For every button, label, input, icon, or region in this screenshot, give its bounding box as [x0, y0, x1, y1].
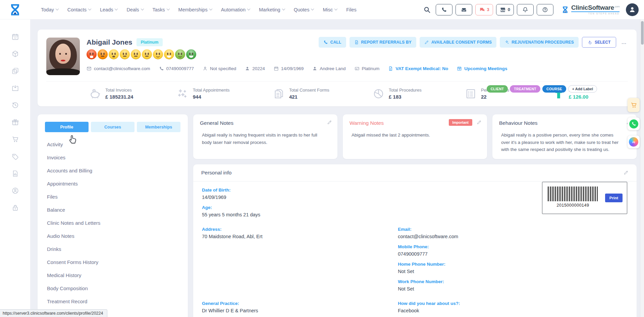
scrollbar-thumb[interactable] [641, 21, 644, 45]
more-options-button[interactable]: ... [620, 38, 629, 46]
lock-icon[interactable] [11, 204, 19, 213]
history-icon[interactable] [11, 101, 19, 110]
select-button[interactable]: SELECT [582, 37, 616, 48]
cart-icon [630, 102, 637, 109]
scrollbar-track[interactable] [640, 19, 644, 317]
menu-item[interactable]: Clinic Notes and Letters [47, 220, 180, 226]
nav-item[interactable]: Automation [221, 7, 250, 12]
avatar[interactable] [626, 3, 639, 16]
calendar-icon[interactable] [11, 33, 19, 42]
nav-item[interactable]: Today [41, 7, 58, 12]
nav-item[interactable]: Misc [323, 7, 337, 12]
nav-item[interactable]: Quotes [294, 7, 314, 12]
client-action-button[interactable]: REJUVENATION PROCEDURES [500, 37, 579, 48]
mood-emoji[interactable] [186, 49, 196, 59]
general-notes-title: General Notes [200, 120, 331, 126]
nav-item[interactable]: Contacts [67, 7, 91, 12]
contact-item[interactable]: 14/09/1969 [274, 66, 304, 71]
print-button[interactable]: Print [605, 194, 623, 202]
menu-item[interactable]: Body Composition [47, 285, 180, 291]
menu-item[interactable]: Treatment Record [47, 299, 180, 304]
mood-emoji[interactable] [142, 49, 152, 59]
menu-item[interactable]: Balance [47, 207, 180, 213]
client-action-button[interactable]: AVAILABLE CONSENT FORMS [420, 37, 496, 48]
client-menu-card: Profile Courses Memberships Activity Inv… [38, 114, 188, 317]
cursor-pointer [68, 134, 78, 144]
messages-button[interactable]: 3 [475, 4, 493, 15]
cart-widget[interactable] [628, 98, 640, 112]
add-label-button[interactable]: + Add Label [568, 85, 597, 93]
client-header-card: Abigail Jones Platinum [38, 30, 637, 106]
mood-emoji[interactable] [164, 49, 174, 59]
mood-emoji[interactable] [98, 49, 108, 59]
menu-item[interactable]: Invoices [47, 155, 180, 160]
edit-icon[interactable] [624, 170, 629, 175]
stat-item: Total Invoices £ 185231.24 [89, 88, 133, 100]
behaviour-notes-title: Behaviour Notes [499, 120, 630, 126]
edit-icon[interactable] [477, 120, 482, 125]
tab[interactable]: Memberships [137, 122, 180, 132]
pos-button[interactable]: 0 [496, 4, 514, 15]
menu-item[interactable]: Consent Forms History [47, 259, 180, 265]
client-label[interactable]: CLIENT [487, 85, 508, 93]
cart-icon[interactable] [11, 136, 19, 145]
client-label[interactable]: COURSE [542, 85, 566, 93]
address-value: 70 Maidstone Road, Abl, Ert [202, 234, 398, 239]
menu-item[interactable]: Medical History [47, 272, 180, 278]
age-value: 55 years 5 months 21 days [202, 212, 398, 217]
client-action-button[interactable]: REPORT REFERRALS BY [350, 37, 416, 48]
inbox-button[interactable] [455, 4, 472, 15]
contact-item[interactable]: 07490009777 [159, 66, 194, 71]
contact-item[interactable]: Not specified [203, 66, 236, 71]
nav-item[interactable]: Tasks [153, 7, 169, 12]
chevron-down-icon [88, 7, 91, 10]
help-button[interactable] [537, 4, 553, 15]
dialer-button[interactable] [436, 4, 452, 15]
mood-emoji[interactable] [120, 49, 130, 59]
whatsapp-widget[interactable] [628, 117, 640, 130]
contact-item[interactable]: Upcoming Meetings [457, 66, 507, 71]
menu-item[interactable]: Drinks [47, 246, 180, 252]
chevron-down-icon [334, 7, 338, 10]
mood-emoji[interactable] [153, 49, 163, 59]
contact-item[interactable]: Platinum [355, 66, 380, 71]
nav-item[interactable]: Leads [100, 7, 118, 12]
client-label[interactable]: TREATMENT [510, 85, 540, 93]
menu-item[interactable]: Audio Notes [47, 233, 180, 239]
report-icon[interactable] [11, 170, 19, 179]
chevron-down-icon [115, 7, 118, 10]
brand-logo: ClinicSoftware.com TEN STEPS AHEAD [561, 4, 620, 15]
tab[interactable]: Profile [45, 122, 89, 132]
mood-emoji[interactable] [131, 49, 141, 59]
user-icon[interactable] [11, 187, 19, 196]
nav-item[interactable]: Memberships [178, 7, 212, 12]
calendar-download-icon[interactable] [11, 84, 19, 93]
menu-item[interactable]: Activity [47, 142, 180, 147]
client-action-button[interactable]: CALL [319, 37, 346, 48]
contact-item[interactable]: Andree Land [312, 66, 345, 71]
edit-icon[interactable] [327, 120, 332, 125]
nav-item[interactable]: Files [346, 7, 357, 12]
menu-item[interactable]: Appointments [47, 181, 180, 187]
mood-emoji[interactable] [87, 49, 97, 59]
menu-item[interactable]: Accounts and Billing [47, 168, 180, 173]
nav-item[interactable]: Marketing [259, 7, 285, 12]
contact-item[interactable]: contact@clinicsoftware.com [87, 66, 150, 71]
gift-icon[interactable] [11, 118, 19, 127]
contact-item[interactable]: 20224 [245, 66, 265, 71]
notifications-button[interactable] [517, 4, 534, 15]
ai-widget[interactable]: AI [628, 136, 640, 148]
contact-item[interactable]: VAT Exempt Medical: No [388, 66, 448, 71]
bell-icon [522, 7, 528, 13]
client-photo [46, 38, 80, 75]
mood-emoji[interactable] [109, 49, 119, 59]
tab[interactable]: Courses [91, 122, 135, 132]
menu-item[interactable]: Files [47, 194, 180, 200]
copy-icon[interactable] [11, 67, 19, 76]
nav-item[interactable]: Deals [126, 7, 143, 12]
mood-emoji[interactable] [175, 49, 185, 59]
messages-count: 3 [487, 7, 489, 12]
package-icon[interactable] [11, 50, 19, 59]
tag-icon[interactable] [11, 153, 19, 162]
search-icon[interactable] [423, 6, 431, 13]
